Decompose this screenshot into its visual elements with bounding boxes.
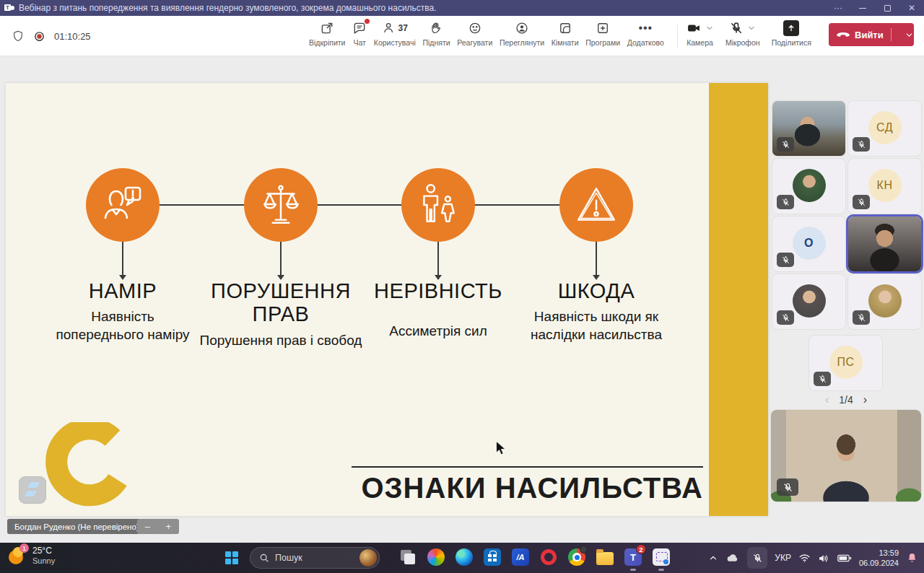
item-subtitle: Наявність шкоди як наслідки насильства [524,308,668,344]
date: 06.09.2024 [859,559,899,567]
pager-prev-icon[interactable]: ‹ [825,393,829,406]
mic-muted-badge [853,310,870,325]
recording-icon [33,30,45,43]
unpin-button[interactable]: Відкріпити [309,19,345,47]
zoom-out-button[interactable]: – [145,522,150,531]
slide-title: ОЗНАКИ НАСИЛЬСТВА [361,472,703,504]
maximize-button[interactable] [875,0,899,16]
weather-icon: 1 [7,546,27,566]
participant-tile-large-video[interactable] [771,410,921,502]
titlebar-more-button[interactable]: ··· [826,0,850,16]
start-button[interactable] [225,551,238,564]
tray-mic-muted-icon[interactable] [747,547,767,569]
microsoft-store-icon[interactable] [483,548,502,567]
pager-next-icon[interactable]: › [863,393,867,406]
presenter-name-label: Богдан Руденко (Не перевірено) [7,519,147,534]
taskbar-search[interactable]: Пошук [250,547,380,569]
leave-chevron-icon[interactable] [905,30,914,40]
zoom-in-button[interactable]: + [166,522,172,531]
weather-badge: 1 [19,543,29,553]
language-indicator[interactable]: УКР [775,553,791,563]
screen: T Вебінар з питань попередження та виявл… [0,0,924,573]
participant-tile-photo[interactable] [772,274,845,329]
slide-item-rights: ПОРУШЕННЯ ПРАВ Порушення прав і свобод [198,279,364,350]
tray-chevron-up-icon[interactable] [708,553,718,563]
presenter-tool-badge[interactable] [19,476,46,504]
wifi-icon[interactable] [798,553,811,563]
title-rule [352,466,703,468]
man-woman-icon [414,181,462,229]
slide-item-intent: НАМІР Наявність попереднього наміру [54,279,191,344]
mic-muted-badge [777,310,794,325]
camera-button[interactable]: Камера [686,19,714,47]
leave-button[interactable]: Вийти [829,23,914,46]
participant-tile-initials[interactable]: О [772,216,845,271]
item-subtitle: Наявність попереднього наміру [54,308,191,344]
meeting-toolbar: 01:10:25 Відкріпити Чат 37 Користувачі П… [0,16,924,56]
slide-zoom-controls: – + [137,519,179,534]
weather-widget[interactable]: 1 25°C Sunny [7,546,55,566]
app-ia-icon[interactable]: /A [511,548,530,567]
raise-hand-button[interactable]: Підняти [422,19,450,47]
minimize-button[interactable] [850,0,875,16]
snipping-tool-icon[interactable] [652,548,671,567]
smiley-icon [468,19,482,37]
edge-icon[interactable] [455,548,474,567]
plus-square-icon [596,19,610,37]
mic-muted-badge [814,372,831,386]
teams-taskbar-icon[interactable]: T2 [624,548,642,567]
notification-bell-icon[interactable] [906,551,918,564]
inequality-circle [401,168,475,242]
teams-app-icon: T [4,3,14,13]
file-explorer-icon[interactable] [596,548,614,567]
participants-count: 37 [398,23,408,33]
react-button[interactable]: Реагувати [457,19,492,47]
window-title: Вебінар з питань попередження та виявлен… [19,3,437,13]
participant-tile-photo[interactable] [772,159,845,214]
camera-chevron-icon[interactable] [705,24,714,32]
copilot-icon[interactable] [427,548,445,567]
recording-timer: 01:10:25 [54,31,91,42]
weather-temp: 25°C [32,546,55,556]
mic-muted-badge [853,137,870,152]
participant-tile-initials[interactable]: КН [848,159,921,214]
opera-icon[interactable] [539,548,558,567]
view-button[interactable]: Переглянути [500,19,544,47]
participant-tile-video[interactable] [772,101,845,156]
warning-triangle-icon [572,181,620,229]
speaker-icon[interactable] [818,553,830,564]
apps-button[interactable]: Програми [585,19,620,47]
weather-condition: Sunny [32,556,55,566]
crescent-decoration [40,422,134,509]
rights-circle [244,168,318,242]
item-heading: ШКОДА [524,279,668,302]
mic-button[interactable]: Мікрофон [725,19,760,47]
slide-accent-bar [709,83,768,516]
leave-label: Вийти [855,30,884,40]
slide-item-inequality: НЕРІВНІСТЬ Ассиметрія сил [355,279,521,341]
teams-badge: 2 [636,544,646,554]
mic-muted-badge [777,253,794,267]
participant-tile-active-speaker[interactable] [848,216,921,271]
intent-circle [86,168,160,242]
participants-button[interactable]: 37 Користувачі [374,19,416,47]
hangup-phone-icon [836,27,850,42]
chrome-icon[interactable] [567,548,586,567]
task-view-icon[interactable] [398,548,417,567]
participants-pager: ‹ 1/4 › [768,393,924,406]
participant-tile-initials[interactable]: ПС [809,336,882,390]
unpin-icon [320,19,334,37]
person-speech-exclamation-icon [100,182,146,228]
rooms-button[interactable]: Кімнати [552,19,579,47]
battery-icon[interactable] [837,554,852,563]
time: 13:59 [879,548,899,557]
share-button[interactable]: Поділитися [772,19,811,47]
participant-tile-photo[interactable] [848,274,921,329]
participant-tile-initials[interactable]: СД [848,101,921,156]
taskbar-clock[interactable]: 13:59 06.09.2024 [859,548,899,569]
close-button[interactable]: ✕ [899,0,924,16]
chat-button[interactable]: Чат [352,19,367,47]
more-actions-button[interactable]: ••• Додатково [627,19,664,47]
onedrive-cloud-icon[interactable] [725,552,740,564]
mic-chevron-icon[interactable] [747,24,756,32]
